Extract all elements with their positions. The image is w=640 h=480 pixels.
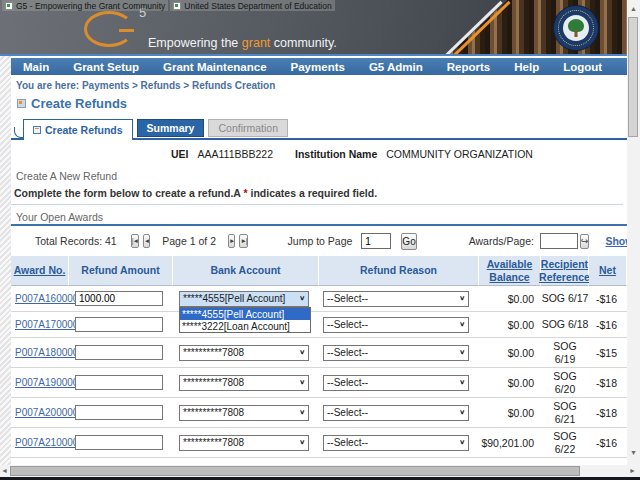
refund-reason-select[interactable]: --Select-- ∨ [323, 317, 469, 333]
chevron-down-icon: ∨ [459, 409, 465, 416]
refund-amount-input[interactable] [75, 317, 163, 332]
chevron-down-icon: ∨ [299, 349, 305, 356]
net-cell: -$16 [589, 286, 627, 312]
scroll-left-icon[interactable]: ◄ [1, 467, 8, 474]
tab-icon [33, 126, 41, 134]
bank-account-select[interactable]: **********7808 ∨ [179, 435, 309, 451]
scroll-down-icon[interactable]: ▼ [627, 449, 640, 456]
open-awards-underline [11, 224, 627, 226]
refund-amount-input[interactable] [75, 345, 163, 360]
table-row: P007A200000 **********7808 ∨ --Select-- … [11, 398, 627, 428]
available-balance-cell: $0.00 [479, 286, 541, 312]
select-value: *****4555[Pell Account] [183, 293, 285, 304]
recipient-reference-cell: SOG 6/20 [541, 368, 589, 398]
refund-reason-select[interactable]: --Select-- ∨ [323, 375, 469, 391]
bank-account-select[interactable]: **********7808 ∨ [179, 345, 309, 361]
table-header-row: Award No. Refund Amount Bank Account Ref… [11, 256, 627, 286]
refund-amount-input[interactable] [75, 435, 163, 450]
section-divider [11, 204, 623, 205]
scroll-up-icon[interactable]: ▲ [627, 5, 640, 12]
show-all-awards-link[interactable]: Show All A [605, 235, 627, 247]
tab-create-refunds[interactable]: Create Refunds [23, 119, 133, 140]
chevron-down-icon: ∨ [299, 409, 305, 416]
uei-value: AAA111BBB222 [198, 148, 274, 160]
nav-g5-admin[interactable]: G5 Admin [357, 61, 435, 73]
main-content: You are here: Payments > Refunds > Refun… [11, 75, 627, 465]
available-balance-cell: $90,201.00 [479, 428, 541, 458]
first-page-button[interactable]: |◄ [131, 234, 139, 248]
header-refund-reason: Refund Reason [319, 256, 479, 286]
select-value: --Select-- [327, 319, 368, 330]
chevron-down-icon: ∨ [459, 295, 465, 302]
main-nav: Main Grant Setup Grant Maintenance Payme… [11, 58, 627, 75]
previous-page-button[interactable]: ◄ [143, 234, 150, 248]
table-row: P007A190000 **********7808 ∨ --Select-- … [11, 368, 627, 398]
bank-account-select[interactable]: **********7808 ∨ [179, 405, 309, 421]
g5-logo-g-icon [84, 11, 134, 47]
recipient-reference-cell: SOG 6/19 [541, 338, 589, 368]
tab-summary[interactable]: Summary [137, 119, 205, 137]
chevron-down-icon: ∨ [459, 349, 465, 356]
broken-image-right: United States Department of Education [170, 0, 334, 11]
scroll-right-icon[interactable]: ► [629, 467, 636, 474]
nav-reports[interactable]: Reports [435, 61, 502, 73]
refund-reason-select[interactable]: --Select-- ∨ [323, 435, 469, 451]
nav-payments[interactable]: Payments [279, 61, 357, 73]
net-cell: -$16 [589, 312, 627, 338]
broken-image-right-text: United States Department of Education [184, 1, 331, 11]
tagline: Empowering the grant community. [148, 36, 337, 50]
awards-per-page-go-icon[interactable]: ↪ [580, 234, 590, 249]
nav-logout[interactable]: Logout [551, 61, 614, 73]
chevron-down-icon: ∨ [299, 379, 305, 386]
refund-amount-input[interactable] [75, 405, 163, 420]
dept-of-education-seal [553, 5, 599, 51]
bank-account-select[interactable]: *****4555[Pell Account] ∨ [179, 291, 309, 307]
bank-account-select[interactable]: **********7808 ∨ [179, 375, 309, 391]
header-net[interactable]: Net [589, 256, 627, 286]
bank-account-dropdown-list: *****4555[Pell Account] *****3222[Loan A… [179, 307, 311, 333]
nav-help[interactable]: Help [502, 61, 551, 73]
institution-info: UEI AAA111BBB222 Institution Name COMMUN… [171, 148, 533, 160]
vertical-scrollbar[interactable]: ▲ ▼ [627, 0, 640, 465]
open-awards-table: Award No. Refund Amount Bank Account Ref… [11, 256, 627, 458]
left-striped-border [0, 56, 11, 465]
dropdown-option-pell[interactable]: *****4555[Pell Account] [180, 308, 310, 320]
awards-per-page-input[interactable] [540, 233, 578, 249]
table-row: P007A180000 **********7808 ∨ --Select-- … [11, 338, 627, 368]
next-page-button[interactable]: ► [228, 234, 235, 248]
dropdown-option-loan[interactable]: *****3222[Loan Account] [180, 320, 310, 332]
breadcrumb: You are here: Payments > Refunds > Refun… [16, 80, 275, 91]
tab-bar: Create Refunds Summary Confirmation [23, 119, 288, 140]
horizontal-scrollbar-thumb[interactable] [10, 466, 580, 476]
jump-to-page-input[interactable] [361, 233, 391, 249]
refund-reason-select[interactable]: --Select-- ∨ [323, 405, 469, 421]
create-refund-section-title: Create A New Refund [16, 170, 117, 182]
go-button[interactable]: Go [401, 233, 416, 250]
recipient-reference-cell: SOG 6/17 [541, 286, 589, 312]
horizontal-scrollbar[interactable]: ◄ ► [0, 465, 640, 477]
refund-amount-input[interactable] [75, 291, 163, 306]
recipient-reference-cell: SOG 6/22 [541, 428, 589, 458]
nav-main[interactable]: Main [11, 61, 61, 73]
net-cell: -$18 [589, 398, 627, 428]
chevron-down-icon: ∨ [299, 295, 305, 302]
select-value: **********7808 [183, 407, 244, 418]
chevron-down-icon: ∨ [459, 379, 465, 386]
nav-grant-maintenance[interactable]: Grant Maintenance [151, 61, 279, 73]
nav-grant-setup[interactable]: Grant Setup [61, 61, 151, 73]
pagination-bar: Total Records: 41 |◄ ◄ Page 1 of 2 ► ►| … [11, 228, 627, 254]
tab-confirmation: Confirmation [208, 119, 288, 137]
header-recipient-reference[interactable]: Recipient Reference [541, 256, 589, 286]
refund-reason-select[interactable]: --Select-- ∨ [323, 345, 469, 361]
vertical-scrollbar-thumb[interactable] [628, 17, 638, 137]
table-row: P007A160000 *****4555[Pell Account] ∨ **… [11, 286, 627, 312]
header-award-no[interactable]: Award No. [11, 256, 69, 286]
header-available-balance[interactable]: Available Balance [479, 256, 541, 286]
last-page-button[interactable]: ►| [239, 234, 247, 248]
refund-reason-select[interactable]: --Select-- ∨ [323, 291, 469, 307]
banner: G5 - Empowering the Grant Community Unit… [0, 0, 627, 56]
breadcrumb-path[interactable]: Payments > Refunds > Refunds Creation [82, 80, 275, 91]
banner-alt-labels: G5 - Empowering the Grant Community Unit… [2, 0, 335, 11]
refund-amount-input[interactable] [75, 375, 163, 390]
recipient-reference-cell: SOG 6/18 [541, 312, 589, 338]
